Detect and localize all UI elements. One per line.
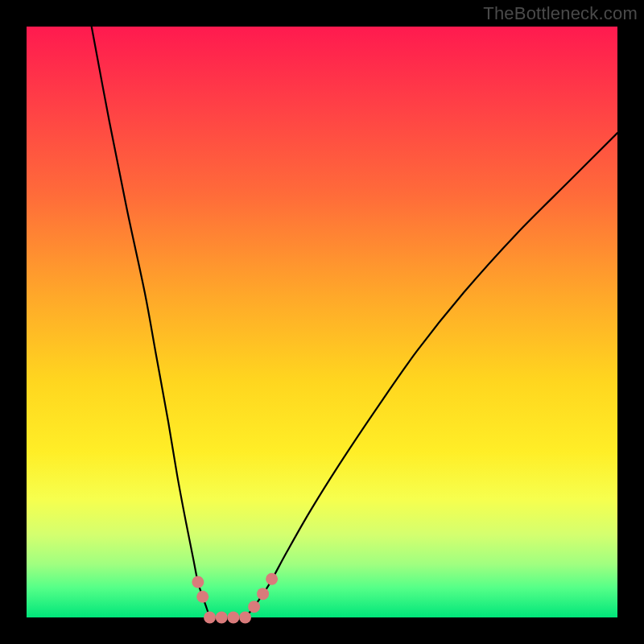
data-marker: [266, 573, 278, 585]
plot-area: [27, 27, 617, 617]
chart-stage: TheBottleneck.com: [0, 0, 644, 644]
data-marker: [196, 591, 208, 603]
data-marker: [216, 612, 228, 624]
attribution-label: TheBottleneck.com: [483, 3, 638, 24]
data-marker: [204, 612, 216, 624]
data-marker: [257, 588, 269, 600]
data-marker: [227, 612, 239, 624]
data-marker: [248, 601, 260, 613]
marker-group: [192, 573, 278, 624]
data-marker: [239, 612, 251, 624]
left-curve: [92, 27, 210, 617]
right-curve: [246, 133, 617, 617]
curve-layer: [27, 27, 617, 617]
data-marker: [192, 576, 204, 588]
